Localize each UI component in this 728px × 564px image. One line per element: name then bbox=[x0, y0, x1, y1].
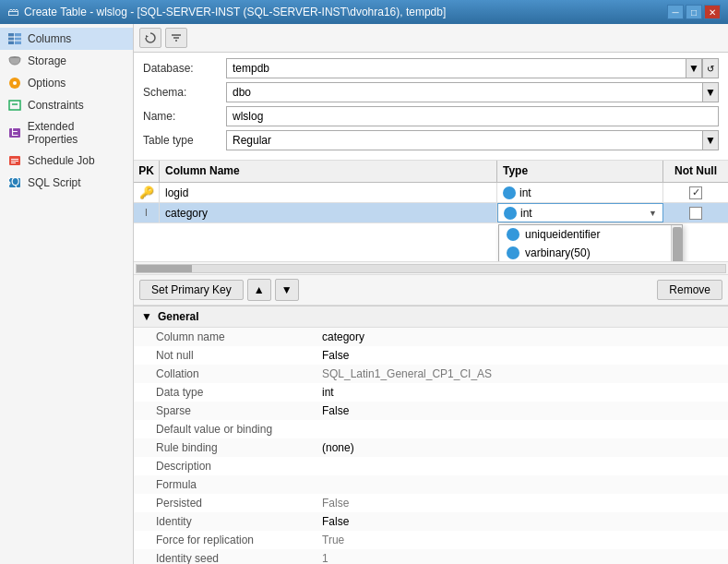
property-row: Rule binding (none) bbox=[134, 438, 728, 457]
property-row: Collation SQL_Latin1_General_CP1_CI_AS bbox=[134, 365, 728, 383]
set-primary-key-button[interactable]: Set Primary Key bbox=[139, 280, 244, 300]
table-row[interactable]: 🔑 logid int bbox=[134, 183, 728, 203]
schedule-job-icon bbox=[7, 153, 22, 168]
td-type-logid[interactable]: int bbox=[497, 183, 663, 202]
database-input[interactable] bbox=[226, 58, 686, 78]
th-column-name: Column Name bbox=[160, 161, 497, 182]
property-row: Force for replication True bbox=[134, 531, 728, 549]
property-row: Persisted False bbox=[134, 494, 728, 512]
database-dropdown-btn[interactable]: ▼ bbox=[686, 58, 702, 78]
property-value: False bbox=[322, 515, 349, 528]
property-label: Identity bbox=[156, 515, 322, 528]
table-type-input[interactable] bbox=[226, 130, 702, 150]
sidebar-label-schedule-job: Schedule Job bbox=[28, 154, 95, 167]
sidebar-item-schedule-job[interactable]: Schedule Job bbox=[0, 150, 133, 172]
sidebar: Columns Storage Options Constraints E Ex… bbox=[0, 24, 134, 564]
refresh-button[interactable] bbox=[139, 28, 161, 48]
sidebar-item-sql-script[interactable]: SQL SQL Script bbox=[0, 172, 133, 194]
content-area: Database: ▼ ↺ Schema: ▼ Name: Table t bbox=[134, 24, 728, 564]
dropdown-item-varbinary50[interactable]: varbinary(50) bbox=[499, 244, 682, 261]
svg-point-6 bbox=[13, 81, 17, 85]
sidebar-label-storage: Storage bbox=[28, 54, 66, 67]
move-down-button[interactable]: ▼ bbox=[275, 279, 299, 301]
notnull-checkbox-logid[interactable] bbox=[689, 186, 702, 199]
filter-button[interactable] bbox=[165, 28, 187, 48]
table-type-row: Table type ▼ bbox=[143, 130, 719, 150]
name-label: Name: bbox=[143, 110, 226, 123]
scroll-thumb bbox=[673, 227, 682, 261]
property-label: Description bbox=[156, 460, 322, 473]
schema-input[interactable] bbox=[226, 82, 702, 102]
td-type-category[interactable]: int ▼ uniqueidentifier varbinary(50) bbox=[497, 203, 663, 222]
row-indicator-category: I bbox=[145, 208, 148, 218]
name-input[interactable] bbox=[226, 106, 719, 126]
notnull-checkbox-category[interactable] bbox=[689, 207, 702, 220]
property-label: Force for replication bbox=[156, 534, 322, 546]
property-row: Identity False bbox=[134, 512, 728, 531]
td-col-category[interactable]: category bbox=[160, 203, 497, 222]
dd-label-varbinary50: varbinary(50) bbox=[525, 246, 591, 259]
column-name-category: category bbox=[165, 207, 208, 220]
type-dropdown-arrow[interactable]: ▼ bbox=[649, 209, 657, 218]
database-refresh-btn[interactable]: ↺ bbox=[702, 58, 719, 78]
property-value: False bbox=[322, 349, 349, 362]
property-label: Formula bbox=[156, 478, 322, 491]
property-value: False bbox=[322, 404, 349, 417]
remove-button[interactable]: Remove bbox=[657, 280, 722, 300]
close-button[interactable]: ✕ bbox=[704, 5, 721, 19]
property-label: Sparse bbox=[156, 404, 322, 417]
sidebar-item-columns[interactable]: Columns bbox=[0, 28, 133, 50]
table-type-dropdown-btn[interactable]: ▼ bbox=[702, 130, 719, 150]
property-value: SQL_Latin1_General_CP1_CI_AS bbox=[322, 367, 492, 380]
type-value-logid: int bbox=[519, 186, 531, 199]
sidebar-item-extended-properties[interactable]: E Extended Properties bbox=[0, 116, 133, 150]
table-area: PK Column Name Type Not Null 🔑 logid bbox=[134, 161, 728, 564]
table-row[interactable]: I category int ▼ uni bbox=[134, 203, 728, 223]
dropdown-item-uniqueidentifier[interactable]: uniqueidentifier bbox=[499, 225, 682, 244]
property-row: Column name category bbox=[134, 328, 728, 346]
th-not-null: Not Null bbox=[663, 161, 728, 182]
minimize-button[interactable]: ─ bbox=[667, 5, 684, 19]
table-header: PK Column Name Type Not Null bbox=[134, 161, 728, 183]
type-dropdown: uniqueidentifier varbinary(50) varbinary… bbox=[498, 224, 683, 261]
property-value: True bbox=[322, 534, 344, 546]
title-bar: 🗃 Create Table - wlslog - [SQL-SERVER-IN… bbox=[0, 0, 728, 24]
property-label: Collation bbox=[156, 367, 322, 380]
schema-dropdown-btn[interactable]: ▼ bbox=[702, 82, 719, 102]
toolbar bbox=[134, 24, 728, 53]
move-up-button[interactable]: ▲ bbox=[247, 279, 271, 301]
options-icon bbox=[7, 76, 22, 90]
property-row: Formula bbox=[134, 475, 728, 494]
th-pk: PK bbox=[134, 161, 160, 182]
type-dropdown-scrollbar[interactable] bbox=[671, 225, 682, 261]
constraints-icon bbox=[7, 98, 22, 113]
td-col-logid[interactable]: logid bbox=[160, 183, 497, 202]
dd-icon-uniqueidentifier bbox=[507, 228, 519, 241]
properties-section: ▼ General Column name category Not null … bbox=[134, 306, 728, 564]
type-icon-category bbox=[504, 207, 517, 220]
window-title: Create Table - wlslog - [SQL-SERVER-INST… bbox=[24, 6, 446, 18]
svg-rect-14 bbox=[11, 162, 16, 163]
columns-icon bbox=[7, 31, 22, 46]
td-notnull-logid[interactable] bbox=[663, 183, 728, 202]
table-body: 🔑 logid int I bbox=[134, 183, 728, 261]
sidebar-label-constraints: Constraints bbox=[28, 99, 84, 112]
database-label: Database: bbox=[143, 62, 226, 75]
schema-label: Schema: bbox=[143, 86, 226, 99]
props-collapse-icon: ▼ bbox=[141, 310, 152, 323]
properties-section-header[interactable]: ▼ General bbox=[134, 306, 728, 328]
svg-rect-0 bbox=[8, 33, 14, 44]
sql-script-icon: SQL bbox=[7, 175, 22, 190]
props-section-title: General bbox=[158, 310, 199, 323]
type-value-category: int bbox=[520, 207, 532, 220]
sidebar-item-options[interactable]: Options bbox=[0, 72, 133, 94]
sidebar-label-sql-script: SQL Script bbox=[28, 176, 81, 189]
horizontal-scroll-bar[interactable] bbox=[134, 261, 728, 274]
td-notnull-category[interactable] bbox=[663, 203, 728, 222]
sidebar-item-storage[interactable]: Storage bbox=[0, 50, 133, 72]
h-scroll-track[interactable] bbox=[136, 264, 726, 273]
property-value: (none) bbox=[322, 441, 354, 454]
svg-text:E: E bbox=[11, 127, 18, 138]
maximize-button[interactable]: □ bbox=[686, 5, 702, 19]
sidebar-item-constraints[interactable]: Constraints bbox=[0, 94, 133, 116]
